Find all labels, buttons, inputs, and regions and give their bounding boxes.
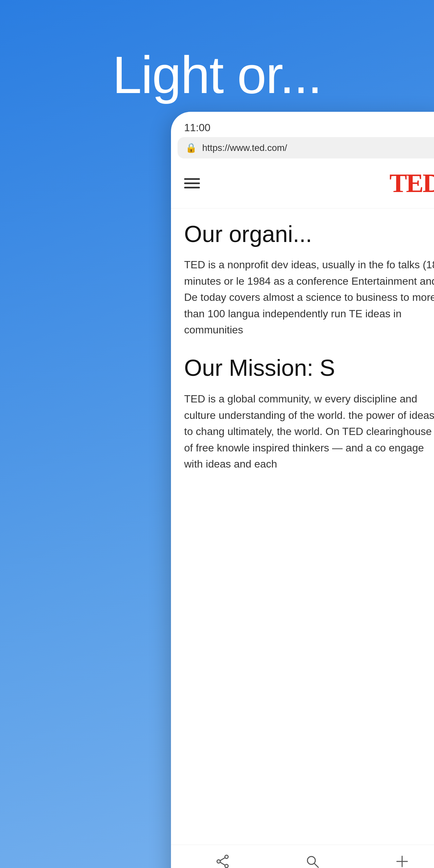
- organization-title: Our organi...: [184, 222, 434, 247]
- organization-description: TED is a nonprofit dev ideas, usually in…: [184, 257, 434, 338]
- bottom-toolbar: [171, 845, 434, 868]
- add-button[interactable]: [395, 854, 409, 868]
- ted-logo[interactable]: TED: [390, 168, 434, 198]
- svg-point-2: [217, 860, 220, 863]
- svg-line-4: [220, 862, 225, 865]
- mission-title: Our Mission: S: [184, 355, 434, 381]
- address-bar[interactable]: 🔒 https://www.ted.com/: [178, 137, 434, 158]
- svg-point-1: [225, 864, 228, 868]
- hamburger-line-2: [184, 183, 200, 184]
- search-button[interactable]: [305, 854, 319, 868]
- url-text: https://www.ted.com/: [202, 143, 287, 153]
- mission-description: TED is a global community, w every disci…: [184, 391, 434, 472]
- hamburger-menu-button[interactable]: [184, 178, 200, 188]
- svg-line-6: [314, 863, 318, 867]
- share-button[interactable]: [215, 854, 230, 868]
- svg-point-0: [225, 855, 228, 859]
- lock-icon: 🔒: [185, 143, 197, 153]
- page-content: Our organi... TED is a nonprofit dev ide…: [171, 209, 434, 472]
- phone-mockup: 11:00 🔒 https://www.ted.com/ TED Our org…: [171, 112, 434, 868]
- status-bar: 11:00: [171, 112, 434, 137]
- hamburger-line-1: [184, 178, 200, 180]
- nav-bar: TED: [171, 158, 434, 209]
- hamburger-line-3: [184, 187, 200, 188]
- page-headline: Light or...: [0, 45, 434, 105]
- svg-line-3: [220, 858, 225, 861]
